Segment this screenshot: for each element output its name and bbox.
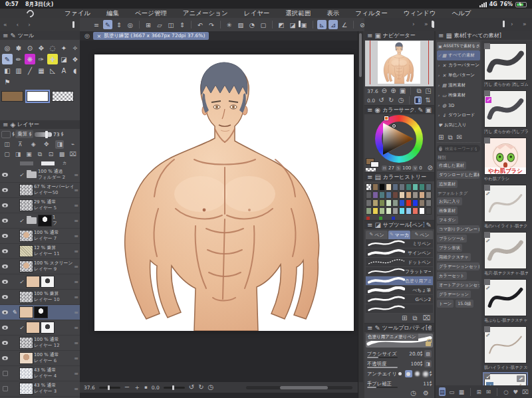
- transfer-layer-icon[interactable]: ⧉: [36, 150, 45, 159]
- subtool-group-tab[interactable]: ✎ ペン: [366, 231, 388, 239]
- new-folder-icon[interactable]: ▣: [25, 150, 33, 159]
- brush-row[interactable]: サインペン: [366, 249, 433, 258]
- tool-button[interactable]: ╱: [25, 65, 35, 76]
- ruler-visibility-icon[interactable]: ⌁: [68, 140, 77, 149]
- layer-edit-cell[interactable]: ✎: [10, 309, 19, 316]
- tool-button[interactable]: ◖: [70, 65, 80, 76]
- clip-to-layer-below-icon[interactable]: ◫: [3, 140, 11, 149]
- command-bar-icon[interactable]: ▨: [236, 20, 245, 29]
- layer-visibility-toggle[interactable]: [1, 280, 9, 284]
- duplicate-icon[interactable]: ⧉: [448, 134, 452, 141]
- layer-row[interactable]: ✎ ✓ 43 % 通常 レイヤー 3 ≡: [0, 381, 80, 397]
- layer-visibility-toggle[interactable]: [1, 249, 9, 253]
- history-swatch[interactable]: [419, 191, 425, 199]
- layer-menu-handle[interactable]: ≡: [74, 371, 78, 377]
- opacity-dynamics-button[interactable]: ◨: [424, 360, 432, 367]
- canvas-vertical-scrollbar[interactable]: [358, 31, 363, 382]
- command-bar-icon[interactable]: ◪: [288, 20, 297, 29]
- history-swatch[interactable]: [366, 207, 372, 215]
- filter-chip[interactable]: ダウンロードした素材: [437, 171, 479, 179]
- tag-chip-lines[interactable]: 15.0線: [456, 300, 473, 308]
- history-swatch[interactable]: [399, 207, 405, 215]
- layer-mask-thumbnail[interactable]: [41, 276, 55, 288]
- aa-weak-option[interactable]: [405, 370, 412, 377]
- new-material-folder-icon[interactable]: ⊞: [475, 387, 482, 396]
- layer-thumbnail[interactable]: [19, 367, 33, 379]
- panel-menu-icon[interactable]: ≡: [3, 33, 8, 39]
- history-swatch[interactable]: [406, 191, 412, 199]
- history-swatch[interactable]: [419, 207, 425, 215]
- panel-switch-icon[interactable]: ▣: [426, 107, 432, 114]
- tool-button[interactable]: ◧: [2, 65, 13, 76]
- no-color-icon[interactable]: ⊘: [428, 165, 433, 171]
- tag-chip[interactable]: グラデーションセット: [437, 262, 479, 270]
- tool-panel-tab[interactable]: ≡ ✎ ツール: [0, 31, 80, 40]
- brush-size-stepper[interactable]: ▲▼: [420, 351, 422, 357]
- layer-check-icon[interactable]: ✓: [19, 325, 25, 331]
- materials-search-box[interactable]: ◎: [437, 145, 480, 152]
- materials-tree-item[interactable]: › ✓ ◍ 3D: [437, 100, 480, 110]
- zoom-out-icon[interactable]: −: [124, 384, 130, 391]
- history-swatch[interactable]: [406, 199, 412, 207]
- materials-tree-item[interactable]: › ✓ ✕ 単色パターン: [437, 70, 480, 80]
- layer-visibility-toggle[interactable]: [1, 295, 9, 299]
- layer-visibility-toggle[interactable]: [1, 203, 9, 207]
- aa-middle-option[interactable]: [414, 370, 421, 377]
- delete-material-icon[interactable]: ⌧: [522, 387, 529, 396]
- layer-thumbnail[interactable]: [19, 352, 33, 364]
- new-folder-icon[interactable]: ⊞: [438, 134, 444, 141]
- brush-size-slider[interactable]: [367, 357, 398, 359]
- layer-row[interactable]: ✎ ✓ 1 フ ≡: [0, 213, 80, 229]
- tag-chip[interactable]: ブラシツール: [437, 235, 467, 243]
- tool-button[interactable]: ▥: [13, 65, 24, 76]
- layer-menu-handle[interactable]: ≡: [74, 340, 78, 346]
- hue-cursor[interactable]: [384, 116, 388, 120]
- history-swatch[interactable]: [426, 183, 432, 191]
- stabilize-slider[interactable]: [367, 387, 398, 389]
- command-bar-icon[interactable]: [272, 21, 273, 29]
- layer-menu-handle[interactable]: ≡: [74, 279, 78, 285]
- layer-opacity-slider[interactable]: [35, 132, 52, 137]
- tool-button[interactable]: ⊙: [25, 43, 35, 53]
- reset-settings-icon[interactable]: ◷: [410, 390, 416, 397]
- panel-menu-icon[interactable]: ≡: [367, 174, 372, 181]
- history-swatch[interactable]: [406, 207, 412, 215]
- search-input[interactable]: [444, 146, 478, 151]
- thumbnail-view-icon[interactable]: ▭: [449, 387, 456, 396]
- subtool-group-tab[interactable]: ✎ ペン: [411, 231, 433, 239]
- mid-scroll-mark[interactable]: [432, 21, 434, 27]
- layer-thumbnail[interactable]: [26, 276, 40, 288]
- new-vector-layer-icon[interactable]: ◨: [14, 150, 23, 159]
- material-item[interactable]: ✐ ✓ ＋: [484, 326, 532, 371]
- layer-visibility-toggle[interactable]: [1, 219, 9, 223]
- nav-fit-icon[interactable]: ▣: [399, 87, 406, 95]
- history-swatch[interactable]: [372, 191, 378, 199]
- layer-visibility-toggle[interactable]: [1, 264, 9, 268]
- collapse-mid-column-icon[interactable]: ›: [412, 21, 415, 27]
- history-swatch[interactable]: [379, 207, 385, 215]
- material-item[interactable]: ✐ ✓ ＋: [484, 279, 532, 324]
- enable-mask-icon[interactable]: ◨: [55, 140, 64, 149]
- history-swatch[interactable]: [386, 191, 392, 199]
- history-swatch[interactable]: [386, 183, 392, 191]
- open-external-icon[interactable]: ⬈: [517, 375, 525, 382]
- opacity-slider[interactable]: [367, 367, 398, 369]
- subtool-group-tab[interactable]: ✎ マーカ: [388, 231, 410, 239]
- command-bar-icon[interactable]: ◩: [277, 20, 286, 29]
- layer-visibility-toggle[interactable]: [1, 234, 9, 238]
- layer-menu-handle[interactable]: ≡: [74, 233, 78, 239]
- expand-arrow-icon[interactable]: ›: [438, 113, 440, 118]
- history-swatch[interactable]: [366, 183, 372, 191]
- layer-check-icon[interactable]: ✓: [19, 172, 25, 178]
- material-item[interactable]: ✐ ✓ ＋: [484, 232, 532, 276]
- materials-tree-item[interactable]: › ✓ ✕ カラーパターン: [437, 60, 480, 70]
- add-subtool-icon[interactable]: ⊞: [402, 315, 407, 322]
- tool-button[interactable]: ◪: [59, 54, 69, 64]
- nav-rotate-left-icon[interactable]: ↺: [378, 96, 385, 104]
- rotate-right-icon[interactable]: ↻: [198, 384, 203, 391]
- layer-thumbnail[interactable]: [19, 199, 33, 211]
- delete-subtool-icon[interactable]: ⌧: [422, 315, 430, 322]
- history-swatch[interactable]: [392, 183, 398, 191]
- nav-flip-vertical-icon[interactable]: ⇅: [424, 96, 432, 104]
- layer-menu-handle[interactable]: ≡: [74, 264, 78, 270]
